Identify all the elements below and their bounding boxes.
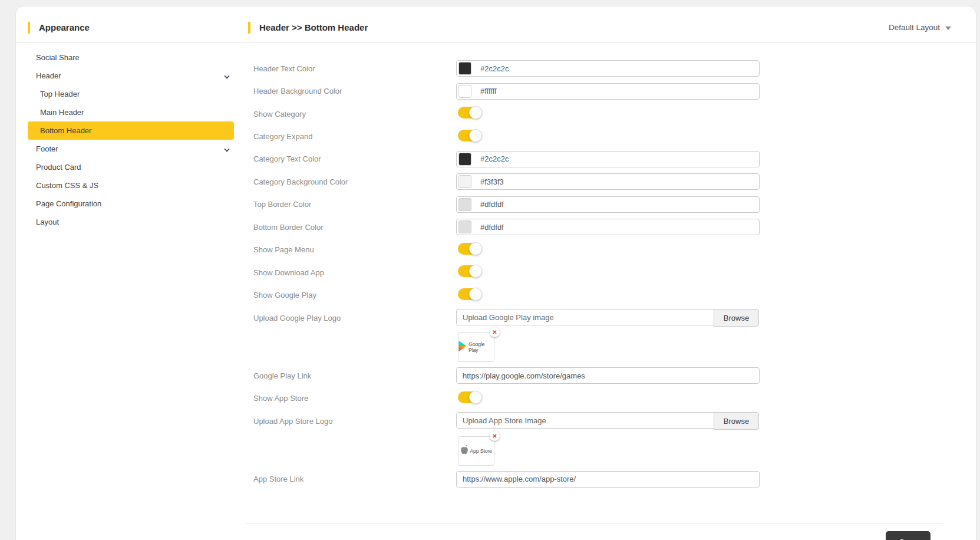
sidebar-item-product-card[interactable]: Product Card <box>28 158 234 176</box>
field-label: Upload Google Play Logo <box>245 314 456 322</box>
chevron-down-icon[interactable] <box>225 147 229 151</box>
field-label: Header Text Color <box>245 64 456 73</box>
form-row-show-category: Show Category <box>245 103 957 125</box>
sidebar-item-layout[interactable]: Layout <box>28 213 234 231</box>
category-background-color-input[interactable] <box>456 173 760 190</box>
chevron-down-icon[interactable] <box>225 74 229 78</box>
logo-caption: App Store <box>470 448 491 454</box>
show-page-menu-toggle[interactable] <box>458 243 480 255</box>
form-row-category-text-color: Category Text Color <box>245 148 957 170</box>
field-control <box>456 243 480 257</box>
remove-image-icon[interactable]: ✕ <box>490 431 500 441</box>
header-background-color-field <box>456 83 760 100</box>
form-row-category-expand: Category Expand <box>245 125 957 147</box>
header-text-color-input[interactable] <box>456 60 760 77</box>
app-store-link-input[interactable] <box>456 471 760 488</box>
color-swatch[interactable] <box>458 175 471 188</box>
field-control <box>456 196 760 213</box>
show-category-toggle[interactable] <box>458 107 480 118</box>
sidebar-item-page-configuration[interactable]: Page Configuration <box>28 195 234 213</box>
category-text-color-field <box>456 151 760 167</box>
main-panel: Header Text ColorHeader Background Color… <box>245 43 957 490</box>
field-control <box>456 219 760 235</box>
field-control <box>456 265 480 279</box>
show-google-play-toggle[interactable] <box>458 288 480 300</box>
field-control: App Store✕ <box>456 436 494 466</box>
sidebar-item-label: Layout <box>36 218 59 226</box>
field-control: Browse <box>456 412 759 430</box>
google-play-image: Google Play <box>458 332 494 362</box>
sidebar-item-label: Custom CSS & JS <box>36 181 98 190</box>
sidebar-item-bottom-header[interactable]: Bottom Header <box>28 121 234 140</box>
bottom-border-color-input[interactable] <box>456 219 760 235</box>
form-row-upload-app-store-logo: Upload App Store LogoBrowse <box>245 410 957 432</box>
field-label: Show Google Play <box>245 291 456 299</box>
form-row-show-page-menu: Show Page Menu <box>245 239 957 261</box>
form-row-header-text-color: Header Text Color <box>245 57 957 80</box>
remove-image-icon[interactable]: ✕ <box>490 327 500 337</box>
color-swatch[interactable] <box>458 85 471 98</box>
field-control: Browse <box>456 309 759 327</box>
field-label: App Store Link <box>245 475 456 483</box>
top-border-color-input[interactable] <box>456 196 760 213</box>
category-expand-toggle[interactable] <box>458 130 480 141</box>
color-swatch[interactable] <box>458 62 471 75</box>
appearance-settings-card: Appearance Header >> Bottom Header Defau… <box>15 6 976 540</box>
toggle-knob <box>469 265 482 278</box>
sidebar-item-label: Top Header <box>40 90 80 98</box>
chevron-down-icon <box>945 27 951 30</box>
toggle-knob <box>469 129 482 142</box>
sidebar-item-top-header[interactable]: Top Header <box>28 85 234 103</box>
app-store-image: App Store <box>458 436 494 466</box>
field-label: Top Border Color <box>245 200 456 209</box>
category-text-color-input[interactable] <box>456 151 760 167</box>
form-row-show-app-store: Show App Store <box>245 387 957 410</box>
sidebar-item-social-share[interactable]: Social Share <box>28 48 234 67</box>
breadcrumb: Header >> Bottom Header <box>259 22 368 32</box>
top-border-color-field <box>456 196 760 213</box>
toggle-knob <box>469 242 482 255</box>
field-control <box>456 288 480 302</box>
color-swatch[interactable] <box>458 198 471 211</box>
sidebar-nav: Social ShareHeaderTop HeaderMain HeaderB… <box>28 43 234 231</box>
app-store-logo <box>460 444 468 457</box>
field-label: Category Expand <box>245 132 456 141</box>
upload-google-play-logo-field: Browse <box>456 309 759 327</box>
field-label: Header Background Color <box>245 87 456 96</box>
show-app-store-toggle[interactable] <box>458 391 480 403</box>
field-label: Show Download App <box>245 268 456 277</box>
sidebar-item-header[interactable]: Header <box>28 67 234 85</box>
toggle-knob <box>469 106 482 119</box>
field-label: Category Text Color <box>245 154 456 163</box>
form-row-show-download-app: Show Download App <box>245 261 957 284</box>
sidebar-title: Appearance <box>39 22 90 32</box>
google-play-preview: Google Play✕ <box>458 332 494 362</box>
form-row-google-play: Google Play✕ <box>245 329 957 364</box>
logo-caption: Google Play <box>468 341 494 353</box>
sidebar-item-main-header[interactable]: Main Header <box>28 103 234 121</box>
bottom-header-form: Header Text ColorHeader Background Color… <box>245 43 957 490</box>
sidebar-item-footer[interactable]: Footer <box>28 140 234 158</box>
field-control: Google Play✕ <box>456 332 494 362</box>
browse-button[interactable]: Browse <box>714 309 759 327</box>
browse-button[interactable]: Browse <box>714 412 759 430</box>
app-store-preview: App Store✕ <box>458 436 494 466</box>
sidebar-item-custom-css-js[interactable]: Custom CSS & JS <box>28 176 234 195</box>
show-download-app-toggle[interactable] <box>458 265 480 277</box>
header-background-color-input[interactable] <box>456 83 760 100</box>
upload-app-store-logo-input[interactable] <box>456 412 714 429</box>
save-button[interactable]: Save <box>886 531 930 540</box>
form-row-app-store-link: App Store Link <box>245 468 957 490</box>
google-play-link-input[interactable] <box>456 367 760 384</box>
toggle-knob <box>469 391 482 404</box>
field-label: Upload App Store Logo <box>245 417 456 426</box>
color-swatch[interactable] <box>458 153 471 166</box>
color-swatch[interactable] <box>458 220 471 233</box>
field-label: Show App Store <box>245 394 456 403</box>
upload-app-store-logo-field: Browse <box>456 412 759 430</box>
upload-google-play-logo-input[interactable] <box>456 309 714 325</box>
save-section-divider <box>245 523 942 524</box>
sidebar-item-label: Header <box>36 71 61 80</box>
layout-selector-dropdown[interactable]: Default Layout <box>889 23 951 32</box>
field-control <box>456 83 760 100</box>
